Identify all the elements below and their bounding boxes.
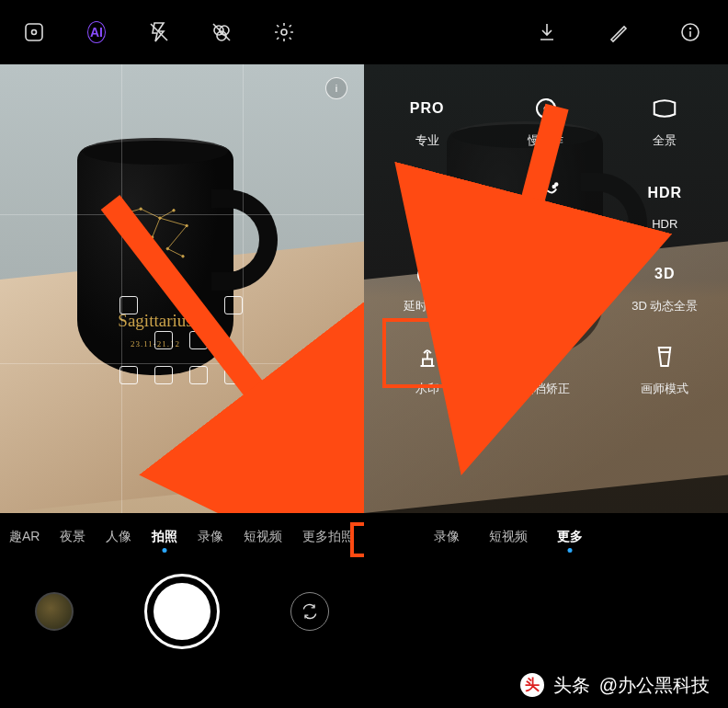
mode-label: 慢动作 xyxy=(528,132,563,149)
mode-更多[interactable]: 更多 xyxy=(557,529,583,545)
mode-item-hdr[interactable]: HDRHDR xyxy=(606,164,724,243)
mode-label: 延时摄影 xyxy=(404,298,451,314)
mode-label: 动态照片 xyxy=(522,298,570,314)
mode-人像[interactable]: 人像 xyxy=(106,529,131,545)
svg-point-28 xyxy=(542,270,550,278)
camera-app-more-modes-screen: PRO专业慢动作全景大光圈流光快门HDRHDR延时摄影动态照片3D3D 动态全景… xyxy=(364,0,728,662)
mode-趣AR[interactable]: 趣AR xyxy=(9,529,40,545)
watermark-icon xyxy=(411,340,444,373)
mode-strip-right[interactable]: 录像短视频更多 xyxy=(364,513,728,561)
mode-更多拍照[interactable]: 更多拍照 xyxy=(302,529,354,545)
pro-icon: PRO xyxy=(411,92,444,125)
switch-camera-button[interactable] xyxy=(290,592,329,631)
aperture-icon xyxy=(411,175,444,208)
svg-point-20 xyxy=(690,29,691,29)
hdr-icon: HDR xyxy=(648,177,681,210)
painter-icon xyxy=(648,340,681,373)
mode-label: 画师模式 xyxy=(641,381,688,397)
attribution-source: 头条 xyxy=(553,673,590,698)
mode-item-slowmo[interactable]: 慢动作 xyxy=(486,81,605,160)
svg-point-1 xyxy=(32,30,37,35)
flash-off-icon[interactable] xyxy=(147,20,171,44)
capture-controls xyxy=(0,561,364,662)
settings-icon[interactable] xyxy=(272,20,296,44)
svg-rect-0 xyxy=(26,24,42,40)
mode-label: 专业 xyxy=(415,132,439,149)
mode-strip-left[interactable]: 趣AR夜景人像拍照录像短视频更多拍照 xyxy=(0,513,364,561)
docscan-icon xyxy=(529,340,563,373)
mode-label: 流光快门 xyxy=(522,215,570,232)
focus-points xyxy=(119,296,250,392)
info-icon[interactable] xyxy=(678,20,702,44)
mode-item-lighttrail[interactable]: 流光快门 xyxy=(486,164,605,243)
mode-label: 3D 动态全景 xyxy=(631,298,698,314)
filter-off-icon[interactable] xyxy=(210,20,233,44)
top-toolbar-left: AI xyxy=(0,0,364,64)
mode-短视频[interactable]: 短视频 xyxy=(489,529,528,545)
mode-item-timelapse[interactable]: 延时摄影 xyxy=(368,246,486,325)
mode-短视频[interactable]: 短视频 xyxy=(244,529,282,545)
mode-grid: PRO专业慢动作全景大光圈流光快门HDRHDR延时摄影动态照片3D3D 动态全景… xyxy=(364,64,728,513)
shutter-button[interactable] xyxy=(144,574,220,649)
ai-icon[interactable]: AI xyxy=(85,20,108,44)
mode-item-painter[interactable]: 画师模式 xyxy=(606,329,724,408)
mode-item-motionphoto[interactable]: 动态照片 xyxy=(486,246,605,325)
mode-录像[interactable]: 录像 xyxy=(198,529,223,545)
viewfinder[interactable]: Sagittarius 23.11-21.12 i 1x xyxy=(0,64,364,513)
mode-label: 文档矫正 xyxy=(522,381,570,397)
mode-label: HDR xyxy=(652,217,677,231)
mode-item-docscan[interactable]: 文档矫正 xyxy=(486,329,605,408)
3dpano-icon: 3D xyxy=(648,257,681,291)
attribution-handle: @办公黑科技 xyxy=(599,673,710,698)
mode-item-watermark[interactable]: 水印 xyxy=(368,329,486,408)
lens-icon[interactable] xyxy=(22,20,46,44)
edit-icon[interactable] xyxy=(607,20,631,44)
more-modes-panel: PRO专业慢动作全景大光圈流光快门HDRHDR延时摄影动态照片3D3D 动态全景… xyxy=(364,64,728,513)
svg-point-25 xyxy=(555,183,558,186)
svg-point-24 xyxy=(552,186,555,188)
svg-point-22 xyxy=(543,107,548,111)
camera-app-capture-screen: AI xyxy=(0,0,364,662)
mode-录像[interactable]: 录像 xyxy=(434,529,460,545)
mode-拍照[interactable]: 拍照 xyxy=(152,529,177,545)
svg-point-7 xyxy=(281,29,287,35)
lighttrail-icon xyxy=(529,175,563,208)
pano-icon xyxy=(648,92,681,125)
zoom-button[interactable]: 1x xyxy=(325,338,347,360)
mode-item-pro[interactable]: PRO专业 xyxy=(368,81,486,160)
top-toolbar-right xyxy=(364,0,728,64)
svg-point-4 xyxy=(220,26,229,35)
mode-label: 大光圈 xyxy=(409,215,445,232)
mode-夜景[interactable]: 夜景 xyxy=(60,529,85,545)
mode-label: 全景 xyxy=(653,132,677,149)
svg-point-29 xyxy=(545,265,548,268)
mode-label: 水印 xyxy=(415,381,439,397)
toutiao-logo: 头 xyxy=(520,673,544,697)
motionphoto-icon xyxy=(529,257,563,291)
gallery-thumbnail[interactable] xyxy=(35,592,74,631)
mode-item-pano[interactable]: 全景 xyxy=(606,81,724,160)
mode-item-aperture[interactable]: 大光圈 xyxy=(368,164,486,243)
slowmo-icon xyxy=(529,92,563,125)
attribution-bar: 头 头条 @办公黑科技 xyxy=(0,662,728,708)
timelapse-icon xyxy=(411,257,444,291)
download-icon[interactable] xyxy=(535,20,559,44)
mode-item-3dpano[interactable]: 3D3D 动态全景 xyxy=(606,246,724,325)
info-button[interactable]: i xyxy=(325,77,347,99)
